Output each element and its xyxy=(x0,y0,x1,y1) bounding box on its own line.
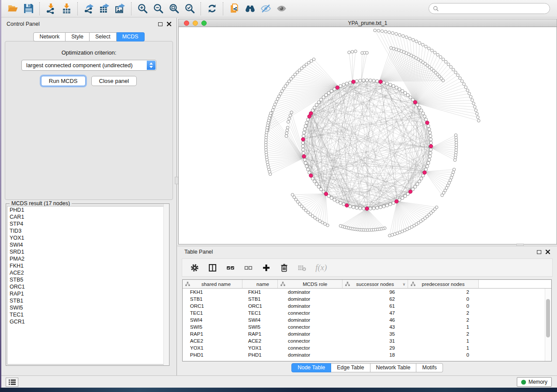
list-item[interactable]: ACE2 xyxy=(7,269,168,276)
close-panel-icon[interactable] xyxy=(167,22,171,26)
control-panel-tabs: Network Style Select MCDS xyxy=(1,32,176,41)
search-icon xyxy=(433,6,439,12)
table-row[interactable]: FKH1FKH1dominator962 xyxy=(183,289,551,296)
memory-button[interactable]: Memory xyxy=(517,377,552,387)
plus-icon xyxy=(262,263,271,272)
task-history-button[interactable] xyxy=(6,378,18,387)
delete-table-button[interactable] xyxy=(298,263,307,272)
float-panel-icon[interactable] xyxy=(537,250,541,254)
tab-style[interactable]: Style xyxy=(66,32,90,41)
table-row[interactable]: PHD1PHD1dominator180 xyxy=(183,351,551,358)
hide-details-button[interactable] xyxy=(258,2,273,16)
table-cell: dominator xyxy=(278,303,343,309)
deselect-all-columns-button[interactable] xyxy=(244,263,253,272)
desktop-wallpaper-bottom xyxy=(0,388,557,392)
clone-network-button[interactable] xyxy=(226,2,242,16)
search-input[interactable] xyxy=(442,6,546,12)
close-panel-button[interactable]: Close panel xyxy=(91,76,137,86)
list-item[interactable]: RAP1 xyxy=(7,290,168,297)
table-row[interactable]: STB1STB1dominator620 xyxy=(183,296,551,303)
tab-edge-table[interactable]: Edge Table xyxy=(331,363,370,372)
float-panel-icon[interactable] xyxy=(158,22,163,26)
list-item[interactable]: TID3 xyxy=(7,227,168,234)
table-row[interactable]: ORC1ORC1dominator610 xyxy=(183,303,551,309)
create-column-button[interactable] xyxy=(262,263,271,272)
export-network-button[interactable] xyxy=(81,2,97,16)
import-network-button[interactable] xyxy=(43,2,59,16)
list-item[interactable]: PMA2 xyxy=(7,255,168,262)
table-row[interactable]: SWI4SWI4dominator462 xyxy=(183,316,551,323)
show-columns-button[interactable] xyxy=(208,263,217,272)
list-item[interactable]: STP4 xyxy=(7,220,168,227)
close-panel-icon[interactable] xyxy=(546,250,550,254)
table-scrollbar-thumb[interactable] xyxy=(546,299,550,337)
criterion-select[interactable]: largest connected component (undirected) xyxy=(21,60,156,71)
export-table-button[interactable] xyxy=(97,2,112,16)
list-item[interactable]: ORC1 xyxy=(7,283,168,290)
network-window-titlebar[interactable]: YPA_prune.txt_1 xyxy=(178,19,557,27)
delete-column-button[interactable] xyxy=(280,263,289,272)
result-list-scrollbar[interactable] xyxy=(163,204,169,365)
table-row[interactable]: TEC1TEC1connector472 xyxy=(183,309,551,316)
table-row[interactable]: ACE2ACE2connector311 xyxy=(183,337,551,344)
table-cell: dominator xyxy=(278,351,343,358)
tab-network[interactable]: Network xyxy=(33,32,66,41)
status-bar: Memory xyxy=(1,375,557,388)
table-cell: 1 xyxy=(408,323,479,330)
apply-layout-button[interactable] xyxy=(204,2,220,16)
table-settings-button[interactable] xyxy=(190,263,199,272)
tab-select[interactable]: Select xyxy=(90,32,117,41)
column-header-mcds-role[interactable]: MCDS role xyxy=(278,280,343,288)
node-table-header: shared name name MCDS role successor nod… xyxy=(183,280,551,289)
table-cell: 96 xyxy=(343,289,408,296)
table-cell: 0 xyxy=(408,351,479,358)
column-header-shared-name[interactable]: shared name xyxy=(183,280,242,288)
table-scrollbar[interactable] xyxy=(545,289,551,361)
table-row[interactable]: RAP1RAP1dominator352 xyxy=(183,330,551,337)
column-header-predecessor-nodes[interactable]: predecessor nodes xyxy=(408,280,479,288)
table-cell: SWI5 xyxy=(242,323,278,330)
columns-icon xyxy=(208,263,217,272)
network-window-title: YPA_prune.txt_1 xyxy=(179,20,557,26)
find-button[interactable] xyxy=(242,2,258,16)
list-item[interactable]: YOX1 xyxy=(7,234,168,241)
memory-status-icon xyxy=(521,380,526,385)
zoom-in-button[interactable] xyxy=(135,2,150,16)
tab-network-table[interactable]: Network Table xyxy=(370,363,417,372)
select-all-columns-button[interactable] xyxy=(226,263,235,272)
list-item[interactable]: STB1 xyxy=(7,297,168,304)
shared-column-icon xyxy=(280,282,285,286)
list-item[interactable]: GCR1 xyxy=(7,318,168,325)
list-item[interactable]: CAR1 xyxy=(7,213,168,220)
list-item[interactable]: PHD1 xyxy=(7,206,168,213)
list-item[interactable]: STB5 xyxy=(7,276,168,283)
import-table-button[interactable] xyxy=(59,2,74,16)
list-item[interactable]: SWI5 xyxy=(7,304,168,311)
list-item[interactable]: SWI4 xyxy=(7,241,168,248)
show-details-button[interactable] xyxy=(273,2,289,16)
zoom-selected-icon xyxy=(184,3,195,14)
tab-mcds[interactable]: MCDS xyxy=(117,32,145,41)
run-mcds-button[interactable]: Run MCDS xyxy=(41,76,86,86)
table-cell: 1 xyxy=(408,344,479,351)
export-image-button[interactable] xyxy=(112,2,128,16)
tab-node-table[interactable]: Node Table xyxy=(291,363,331,372)
open-session-button[interactable] xyxy=(5,2,21,16)
zoom-fit-button[interactable] xyxy=(166,2,182,16)
network-canvas[interactable] xyxy=(178,27,557,244)
table-row[interactable]: SWI5SWI5connector431 xyxy=(183,323,551,330)
list-item[interactable]: FKH1 xyxy=(7,262,168,269)
list-item[interactable]: TEC1 xyxy=(7,311,168,318)
column-header-successor-nodes[interactable]: successor nodes ∨ xyxy=(343,280,408,288)
list-item[interactable]: SRD1 xyxy=(7,248,168,255)
zoom-selected-button[interactable] xyxy=(182,2,197,16)
column-header-name[interactable]: name xyxy=(242,280,278,288)
table-cell: 29 xyxy=(343,344,408,351)
save-session-button[interactable] xyxy=(21,2,36,16)
zoom-out-button[interactable] xyxy=(150,2,166,16)
table-cell: 0 xyxy=(408,296,479,303)
table-cell: dominator xyxy=(278,289,343,296)
table-row[interactable]: YOX1YOX1connector291 xyxy=(183,344,551,351)
tab-motifs[interactable]: Motifs xyxy=(416,363,443,372)
function-builder-button[interactable]: f(x) xyxy=(315,263,327,272)
